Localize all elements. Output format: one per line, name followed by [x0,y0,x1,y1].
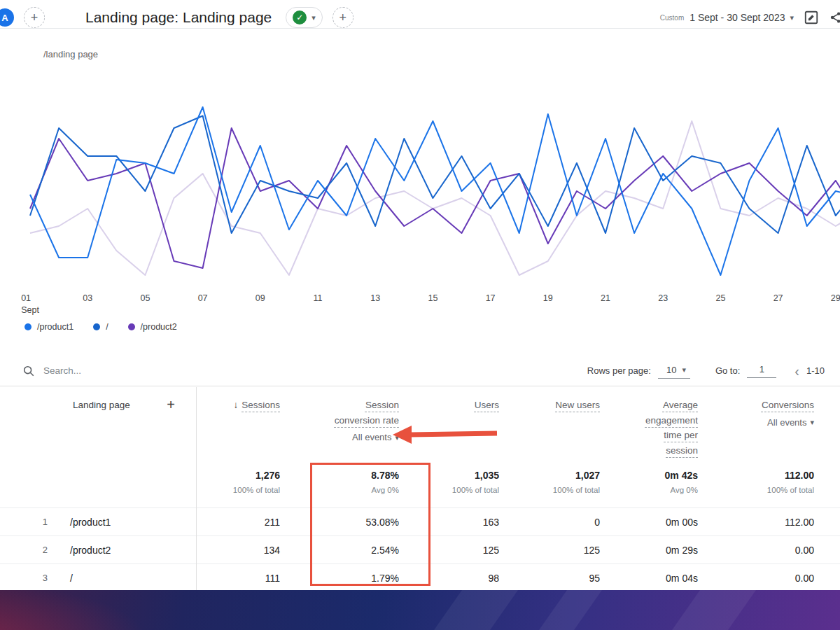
chevron-down-icon: ▾ [682,366,686,374]
legend-item-product2: /product2 [128,322,177,332]
cell-new-users: 125 [499,536,600,564]
share-nodes-icon [829,9,840,26]
x-tick-label: 05 [140,293,150,304]
edit-pencil-icon [804,10,819,25]
filter-label: All events [352,430,391,445]
legend-label: /product2 [141,322,177,332]
ga4-landing-page-report: A + Landing page: Landing page ✓ ▾ + Cus… [0,0,840,630]
table-pagination-controls: Rows per page: 10 ▾ Go to: ‹ 1-10 [587,363,830,379]
legend-dot [128,323,135,330]
header-right: Custom 1 Sept - 30 Sept 2023 ▾ [660,8,830,27]
column-label: Conversions [762,400,814,410]
cell-new-users: 95 [499,564,600,592]
cell-conversion-rate: 2.54% [280,536,399,564]
filter-label: All events [767,416,806,430]
event-filter-dropdown[interactable]: All events ▾ [767,416,814,430]
check-circle-icon: ✓ [293,10,307,24]
column-label: Average engagement time per session [631,398,698,458]
totals-dimension-cell [0,460,196,507]
column-header-avg-engagement-time[interactable]: Average engagement time per session [600,386,698,460]
totals-avg-engagement-time: 0m 42s Avg 0% [600,460,698,507]
search-input[interactable] [43,365,183,376]
table-toolbar: Rows per page: 10 ▾ Go to: ‹ 1-10 [0,356,840,386]
sort-desc-icon: ↓ [233,398,238,413]
column-label: New users [555,400,600,410]
legend-item-product1: /product1 [24,322,74,332]
avatar[interactable]: A [0,8,14,27]
landing-page-link[interactable]: / [70,573,73,584]
dimension-label: Landing page [73,398,130,413]
chart-area: 01Sept0305070911131517192123252729 /prod… [0,62,840,342]
chevron-down-icon: ▾ [312,14,316,22]
report-status-pill[interactable]: ✓ ▾ [286,7,323,28]
chart-line [30,128,840,268]
chart-line [30,121,840,275]
x-tick-label: 21 [601,293,610,304]
search-icon [22,365,35,377]
cell-new-users: 0 [499,508,600,536]
header-left: A + Landing page: Landing page ✓ ▾ + [0,7,354,28]
x-tick-label: 27 [774,293,783,304]
row-number: 3 [20,573,48,583]
cell-conversions: 0.00 [698,564,840,592]
go-to-page-input[interactable] [747,364,776,378]
add-metric-button[interactable]: + [332,7,354,28]
share-report-icon[interactable] [829,8,840,27]
app-header: A + Landing page: Landing page ✓ ▾ + Cus… [0,0,840,29]
column-header-conversions[interactable]: Conversions All events ▾ [698,386,840,460]
x-tick-label: 03 [83,293,92,304]
band-glow [0,590,147,630]
check-glyph: ✓ [296,13,303,22]
totals-conversions: 112.00 100% of total [698,460,840,507]
video-frame-band [0,590,840,630]
x-axis: 01Sept0305070911131517192123252729 [0,293,840,318]
cell-conversions: 112.00 [698,508,840,536]
x-tick-label: 09 [255,293,265,304]
column-header-users[interactable]: Users [399,386,499,460]
table-row: 2 /product2 134 2.54% 125 125 0m 29s 0.0… [0,536,840,564]
chart-line [30,107,840,275]
chevron-left-icon[interactable]: ‹ [794,364,799,378]
totals-new-users: 1,027 100% of total [499,460,600,507]
landing-page-link[interactable]: /product1 [70,517,111,528]
page-title: Landing page: Landing page [85,9,272,26]
add-comparison-button[interactable]: + [24,7,45,28]
legend-label: / [106,322,108,332]
column-header-sessions[interactable]: ↓Sessions [196,386,280,460]
band-stripe [529,590,612,630]
x-tick-label: 13 [370,293,380,304]
column-label: Sessions [241,400,280,410]
table-header-row: Landing page + ↓Sessions Session convers… [0,386,840,460]
column-divider [196,387,197,594]
cell-users: 163 [399,508,499,536]
avatar-letter: A [1,13,8,23]
x-tick-label: 29 [831,293,840,304]
plus-icon: + [340,11,347,24]
column-label: Session [365,400,399,410]
date-range-text: 1 Sept - 30 Sept 2023 [690,12,785,23]
column-header-landing-page[interactable]: Landing page + [0,386,196,460]
row-number: 1 [20,517,48,527]
column-header-session-conversion-rate[interactable]: Session conversion rate All events ▾ [280,386,399,460]
event-filter-dropdown[interactable]: All events ▾ [352,430,399,445]
x-tick-label: 01Sept [21,293,39,316]
rows-per-page-select[interactable]: 10 ▾ [658,363,690,379]
cell-conversion-rate: 1.79% [280,564,399,592]
cell-avg-engagement-time: 0m 04s [600,564,698,592]
landing-page-link[interactable]: /product2 [70,545,111,556]
totals-users: 1,035 100% of total [399,460,499,507]
date-range-selector[interactable]: 1 Sept - 30 Sept 2023 ▾ [690,12,794,23]
column-header-new-users[interactable]: New users [499,386,600,460]
x-tick-label: 15 [428,293,438,304]
cell-sessions: 211 [196,508,280,536]
row-number: 2 [20,545,48,555]
report-table: Rows per page: 10 ▾ Go to: ‹ 1-10 Landin… [0,356,840,594]
totals-conversion-rate: 8.78% Avg 0% [280,460,399,507]
customize-report-icon[interactable] [802,8,820,27]
x-tick-label: 17 [486,293,496,304]
go-to-label: Go to: [715,365,740,376]
totals-sessions: 1,276 100% of total [196,460,280,507]
add-dimension-icon[interactable]: + [167,398,175,412]
column-label: conversion rate [335,415,399,426]
x-tick-label: 11 [314,293,323,304]
